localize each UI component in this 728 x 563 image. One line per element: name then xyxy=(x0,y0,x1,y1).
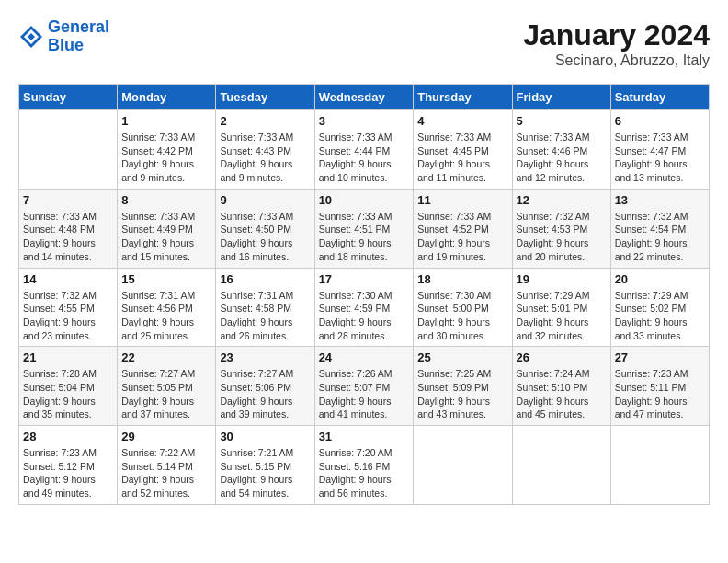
calendar-cell: 12Sunrise: 7:32 AM Sunset: 4:53 PM Dayli… xyxy=(512,189,610,268)
day-info: Sunrise: 7:32 AM Sunset: 4:55 PM Dayligh… xyxy=(23,289,113,343)
calendar-cell: 13Sunrise: 7:32 AM Sunset: 4:54 PM Dayli… xyxy=(610,189,709,268)
day-number: 31 xyxy=(319,430,410,443)
week-row-4: 28Sunrise: 7:23 AM Sunset: 5:12 PM Dayli… xyxy=(19,426,710,505)
logo-text: General Blue xyxy=(48,18,109,55)
day-number: 5 xyxy=(517,114,607,128)
calendar-cell: 27Sunrise: 7:23 AM Sunset: 5:11 PM Dayli… xyxy=(610,347,709,426)
calendar-cell: 10Sunrise: 7:33 AM Sunset: 4:51 PM Dayli… xyxy=(314,189,414,268)
calendar-cell: 9Sunrise: 7:33 AM Sunset: 4:50 PM Daylig… xyxy=(216,189,314,268)
calendar-cell: 8Sunrise: 7:33 AM Sunset: 4:49 PM Daylig… xyxy=(118,189,216,268)
day-info: Sunrise: 7:27 AM Sunset: 5:05 PM Dayligh… xyxy=(121,367,211,421)
day-info: Sunrise: 7:33 AM Sunset: 4:42 PM Dayligh… xyxy=(121,131,211,185)
day-info: Sunrise: 7:33 AM Sunset: 4:51 PM Dayligh… xyxy=(319,210,410,264)
day-number: 16 xyxy=(220,272,310,286)
day-info: Sunrise: 7:29 AM Sunset: 5:01 PM Dayligh… xyxy=(517,289,607,343)
day-info: Sunrise: 7:31 AM Sunset: 4:58 PM Dayligh… xyxy=(220,289,310,343)
day-info: Sunrise: 7:25 AM Sunset: 5:09 PM Dayligh… xyxy=(417,367,507,421)
day-number: 26 xyxy=(517,350,607,364)
calendar-cell: 6Sunrise: 7:33 AM Sunset: 4:47 PM Daylig… xyxy=(610,110,709,190)
day-number: 2 xyxy=(220,114,310,128)
day-info: Sunrise: 7:33 AM Sunset: 4:50 PM Dayligh… xyxy=(220,210,310,264)
day-info: Sunrise: 7:33 AM Sunset: 4:47 PM Dayligh… xyxy=(615,131,705,185)
day-info: Sunrise: 7:33 AM Sunset: 4:43 PM Dayligh… xyxy=(220,131,310,185)
day-number: 3 xyxy=(319,114,410,128)
header-monday: Monday xyxy=(118,85,216,110)
title-block: January 2024 Secinaro, Abruzzo, Italy xyxy=(523,18,710,69)
day-number: 14 xyxy=(23,272,113,286)
logo-icon xyxy=(18,24,44,50)
calendar-cell: 25Sunrise: 7:25 AM Sunset: 5:09 PM Dayli… xyxy=(414,347,512,426)
calendar-cell: 26Sunrise: 7:24 AM Sunset: 5:10 PM Dayli… xyxy=(512,347,610,426)
day-number: 19 xyxy=(517,272,607,286)
day-number: 12 xyxy=(517,193,607,207)
calendar-cell: 17Sunrise: 7:30 AM Sunset: 4:59 PM Dayli… xyxy=(314,268,414,347)
calendar-cell: 31Sunrise: 7:20 AM Sunset: 5:16 PM Dayli… xyxy=(314,426,414,505)
day-number: 1 xyxy=(121,114,211,128)
calendar-cell: 2Sunrise: 7:33 AM Sunset: 4:43 PM Daylig… xyxy=(216,110,314,190)
calendar-cell: 1Sunrise: 7:33 AM Sunset: 4:42 PM Daylig… xyxy=(118,110,216,190)
calendar-title: January 2024 xyxy=(523,18,710,52)
page-header: General Blue January 2024 Secinaro, Abru… xyxy=(18,18,710,69)
day-info: Sunrise: 7:33 AM Sunset: 4:52 PM Dayligh… xyxy=(417,210,507,264)
day-number: 28 xyxy=(23,430,113,443)
day-number: 20 xyxy=(615,272,705,286)
calendar-cell: 20Sunrise: 7:29 AM Sunset: 5:02 PM Dayli… xyxy=(610,268,709,347)
day-number: 8 xyxy=(121,193,211,207)
day-info: Sunrise: 7:33 AM Sunset: 4:46 PM Dayligh… xyxy=(517,131,607,185)
day-info: Sunrise: 7:30 AM Sunset: 5:00 PM Dayligh… xyxy=(417,289,507,343)
week-row-3: 21Sunrise: 7:28 AM Sunset: 5:04 PM Dayli… xyxy=(19,347,710,426)
logo-line1: General xyxy=(48,17,109,36)
day-number: 24 xyxy=(319,350,410,364)
day-info: Sunrise: 7:31 AM Sunset: 4:56 PM Dayligh… xyxy=(121,289,211,343)
calendar-cell: 28Sunrise: 7:23 AM Sunset: 5:12 PM Dayli… xyxy=(19,426,118,505)
calendar-cell: 16Sunrise: 7:31 AM Sunset: 4:58 PM Dayli… xyxy=(216,268,314,347)
header-sunday: Sunday xyxy=(19,85,118,110)
day-number: 17 xyxy=(319,272,410,286)
day-number: 22 xyxy=(121,350,211,364)
day-number: 11 xyxy=(417,193,507,207)
calendar-subtitle: Secinaro, Abruzzo, Italy xyxy=(523,52,710,69)
week-row-2: 14Sunrise: 7:32 AM Sunset: 4:55 PM Dayli… xyxy=(19,268,710,347)
calendar-cell: 15Sunrise: 7:31 AM Sunset: 4:56 PM Dayli… xyxy=(118,268,216,347)
day-info: Sunrise: 7:27 AM Sunset: 5:06 PM Dayligh… xyxy=(220,367,310,421)
calendar-cell: 21Sunrise: 7:28 AM Sunset: 5:04 PM Dayli… xyxy=(19,347,118,426)
calendar-cell: 19Sunrise: 7:29 AM Sunset: 5:01 PM Dayli… xyxy=(512,268,610,347)
logo: General Blue xyxy=(18,18,109,55)
day-info: Sunrise: 7:28 AM Sunset: 5:04 PM Dayligh… xyxy=(23,367,113,421)
day-info: Sunrise: 7:22 AM Sunset: 5:14 PM Dayligh… xyxy=(121,446,211,500)
calendar-table: SundayMondayTuesdayWednesdayThursdayFrid… xyxy=(18,84,710,505)
day-number: 25 xyxy=(417,350,507,364)
calendar-cell: 3Sunrise: 7:33 AM Sunset: 4:44 PM Daylig… xyxy=(314,110,414,190)
day-number: 23 xyxy=(220,350,310,364)
day-info: Sunrise: 7:33 AM Sunset: 4:49 PM Dayligh… xyxy=(121,210,211,264)
calendar-cell: 14Sunrise: 7:32 AM Sunset: 4:55 PM Dayli… xyxy=(19,268,118,347)
calendar-cell xyxy=(19,110,118,190)
day-info: Sunrise: 7:32 AM Sunset: 4:54 PM Dayligh… xyxy=(615,210,705,264)
day-info: Sunrise: 7:29 AM Sunset: 5:02 PM Dayligh… xyxy=(615,289,705,343)
day-number: 27 xyxy=(615,350,705,364)
day-number: 18 xyxy=(417,272,507,286)
header-tuesday: Tuesday xyxy=(216,85,314,110)
day-info: Sunrise: 7:33 AM Sunset: 4:48 PM Dayligh… xyxy=(23,210,113,264)
day-number: 4 xyxy=(417,114,507,128)
calendar-cell: 22Sunrise: 7:27 AM Sunset: 5:05 PM Dayli… xyxy=(118,347,216,426)
calendar-cell xyxy=(512,426,610,505)
day-info: Sunrise: 7:20 AM Sunset: 5:16 PM Dayligh… xyxy=(319,446,410,500)
header-saturday: Saturday xyxy=(610,85,709,110)
header-thursday: Thursday xyxy=(414,85,512,110)
day-number: 10 xyxy=(319,193,410,207)
day-info: Sunrise: 7:33 AM Sunset: 4:45 PM Dayligh… xyxy=(417,131,507,185)
day-info: Sunrise: 7:30 AM Sunset: 4:59 PM Dayligh… xyxy=(319,289,410,343)
day-number: 30 xyxy=(220,430,310,443)
day-number: 13 xyxy=(615,193,705,207)
day-number: 6 xyxy=(615,114,705,128)
day-info: Sunrise: 7:33 AM Sunset: 4:44 PM Dayligh… xyxy=(319,131,410,185)
day-info: Sunrise: 7:21 AM Sunset: 5:15 PM Dayligh… xyxy=(220,446,310,500)
day-info: Sunrise: 7:26 AM Sunset: 5:07 PM Dayligh… xyxy=(319,367,410,421)
calendar-cell: 23Sunrise: 7:27 AM Sunset: 5:06 PM Dayli… xyxy=(216,347,314,426)
day-number: 15 xyxy=(121,272,211,286)
calendar-cell: 4Sunrise: 7:33 AM Sunset: 4:45 PM Daylig… xyxy=(414,110,512,190)
logo-line2: Blue xyxy=(48,36,84,54)
calendar-cell: 18Sunrise: 7:30 AM Sunset: 5:00 PM Dayli… xyxy=(414,268,512,347)
calendar-cell: 29Sunrise: 7:22 AM Sunset: 5:14 PM Dayli… xyxy=(118,426,216,505)
